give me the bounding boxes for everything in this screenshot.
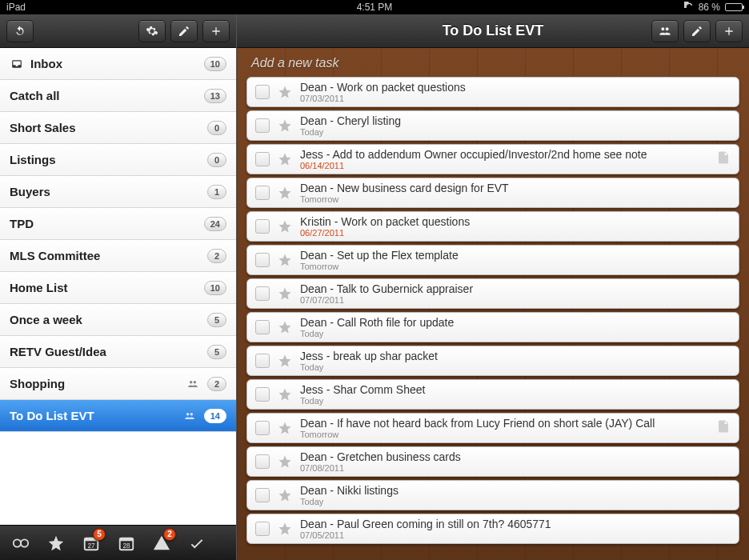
task-row[interactable]: Jess - Add to addendum Owner occupied/In… <box>246 144 739 174</box>
edit-button[interactable] <box>170 20 198 42</box>
add-task-button[interactable] <box>715 20 743 42</box>
sidebar-item-label: Listings <box>10 153 201 166</box>
star-icon[interactable] <box>278 454 292 469</box>
task-checkbox[interactable] <box>255 286 270 301</box>
task-checkbox[interactable] <box>255 488 270 502</box>
task-body: Dean - Set up the Flex templateTomorrow <box>300 249 731 271</box>
task-date: Today <box>300 497 731 506</box>
star-icon[interactable] <box>278 522 292 536</box>
sidebar-item[interactable]: Buyers1 <box>0 176 236 208</box>
task-checkbox[interactable] <box>255 186 270 200</box>
star-icon[interactable] <box>278 387 292 402</box>
badge: 2 <box>163 528 176 541</box>
battery-icon <box>725 3 743 11</box>
today-icon[interactable]: 275 <box>75 530 107 557</box>
task-area: Add a new task Dean - Work on packet que… <box>237 48 749 560</box>
count-pill: 0 <box>207 121 226 135</box>
task-row[interactable]: Dean - Work on packet questions07/03/201… <box>246 77 739 107</box>
task-row[interactable]: Jess - Shar Comm SheetToday <box>246 379 739 410</box>
task-checkbox[interactable] <box>255 454 270 469</box>
star-icon[interactable] <box>278 253 292 267</box>
star-icon[interactable] <box>278 186 292 200</box>
sidebar-item[interactable]: RETV Guest/Idea5 <box>0 336 236 368</box>
star-icon[interactable] <box>278 421 292 435</box>
sidebar-item[interactable]: Home List10 <box>0 272 236 304</box>
task-checkbox[interactable] <box>255 522 270 536</box>
task-title: Dean - New business card design for EVT <box>300 182 731 194</box>
star-icon[interactable] <box>278 118 292 133</box>
task-checkbox[interactable] <box>255 354 270 368</box>
shared-icon <box>185 378 201 390</box>
task-row[interactable]: Dean - Paul Green coming in still on 7th… <box>246 514 739 544</box>
star-icon[interactable] <box>278 320 292 334</box>
star-icon[interactable] <box>278 152 292 166</box>
task-checkbox[interactable] <box>255 219 270 234</box>
sidebar-item[interactable]: Listings0 <box>0 144 236 176</box>
clock: 4:51 PM <box>357 2 393 13</box>
count-pill: 10 <box>204 57 226 71</box>
svg-text:27: 27 <box>87 542 95 549</box>
svg-point-1 <box>21 539 28 546</box>
all-icon[interactable] <box>5 530 37 557</box>
sidebar-item[interactable]: TPD24 <box>0 208 236 240</box>
task-date: Tomorrow <box>300 430 708 439</box>
task-date: Today <box>300 362 731 372</box>
star-icon[interactable] <box>278 85 292 99</box>
sidebar-item-label: Shopping <box>10 377 178 390</box>
task-body: Jess - break up shar packetToday <box>300 350 731 372</box>
task-checkbox[interactable] <box>255 118 270 133</box>
sidebar-item[interactable]: MLS Committee2 <box>0 240 236 272</box>
sidebar-toolbar <box>0 14 236 48</box>
sidebar-item[interactable]: Shopping2 <box>0 368 236 400</box>
edit-list-button[interactable] <box>683 20 711 42</box>
task-checkbox[interactable] <box>255 320 270 334</box>
sidebar-item[interactable]: To Do List EVT14 <box>0 400 236 432</box>
task-date: Tomorrow <box>300 262 731 271</box>
task-row[interactable]: Dean - New business card design for EVTT… <box>246 178 739 208</box>
star-icon[interactable] <box>278 354 292 368</box>
task-row[interactable]: Dean - Cheryl listingToday <box>246 110 739 141</box>
sidebar-item-label: Home List <box>10 281 198 294</box>
star-icon[interactable] <box>278 219 292 234</box>
task-checkbox[interactable] <box>255 253 270 267</box>
task-row[interactable]: Dean - Set up the Flex templateTomorrow <box>246 245 739 275</box>
sidebar-item-label: To Do List EVT <box>10 409 175 422</box>
task-row[interactable]: Dean - Nikki listingsToday <box>246 480 739 510</box>
task-checkbox[interactable] <box>255 152 270 166</box>
sidebar-item[interactable]: Once a week5 <box>0 304 236 336</box>
sidebar-item-label: Short Sales <box>10 121 201 134</box>
add-task-input[interactable]: Add a new task <box>246 54 739 77</box>
task-row[interactable]: Kristin - Work on packet questions06/27/… <box>246 211 739 242</box>
task-date: Tomorrow <box>300 194 731 204</box>
overdue-icon[interactable]: 2 <box>146 530 178 557</box>
refresh-button[interactable] <box>6 20 34 42</box>
sidebar-item-label: Buyers <box>10 185 201 198</box>
task-row[interactable]: Jess - break up shar packetToday <box>246 346 739 376</box>
starred-icon[interactable] <box>40 530 72 557</box>
done-icon[interactable] <box>181 530 213 557</box>
task-row[interactable]: Dean - Gretchen business cards07/08/2011 <box>246 446 739 477</box>
task-checkbox[interactable] <box>255 85 270 99</box>
task-body: Dean - If have not heard back from Lucy … <box>300 417 708 439</box>
task-checkbox[interactable] <box>255 387 270 402</box>
count-pill: 14 <box>204 409 226 423</box>
task-title: Dean - Call Roth file for update <box>300 316 731 329</box>
task-row[interactable]: Dean - If have not heard back from Lucy … <box>246 413 739 443</box>
star-icon[interactable] <box>278 286 292 301</box>
sidebar-item[interactable]: Short Sales0 <box>0 112 236 144</box>
sidebar-item[interactable]: Inbox10 <box>0 48 236 80</box>
svg-point-0 <box>14 539 21 546</box>
sidebar-item[interactable]: Catch all13 <box>0 80 236 112</box>
task-title: Jess - Add to addendum Owner occupied/In… <box>300 148 708 161</box>
task-body: Dean - Call Roth file for updateToday <box>300 316 731 338</box>
task-row[interactable]: Dean - Call Roth file for updateToday <box>246 312 739 342</box>
star-icon[interactable] <box>278 488 292 502</box>
settings-button[interactable] <box>138 20 166 42</box>
task-title: Dean - Work on packet questions <box>300 81 731 94</box>
tomorrow-icon[interactable]: 28 <box>110 530 142 557</box>
share-list-button[interactable] <box>651 20 679 42</box>
task-row[interactable]: Dean - Talk to Gubernick appraiser07/07/… <box>246 278 739 309</box>
task-checkbox[interactable] <box>255 421 270 435</box>
sidebar-item-label: MLS Committee <box>10 249 201 262</box>
add-list-button[interactable] <box>202 20 230 42</box>
